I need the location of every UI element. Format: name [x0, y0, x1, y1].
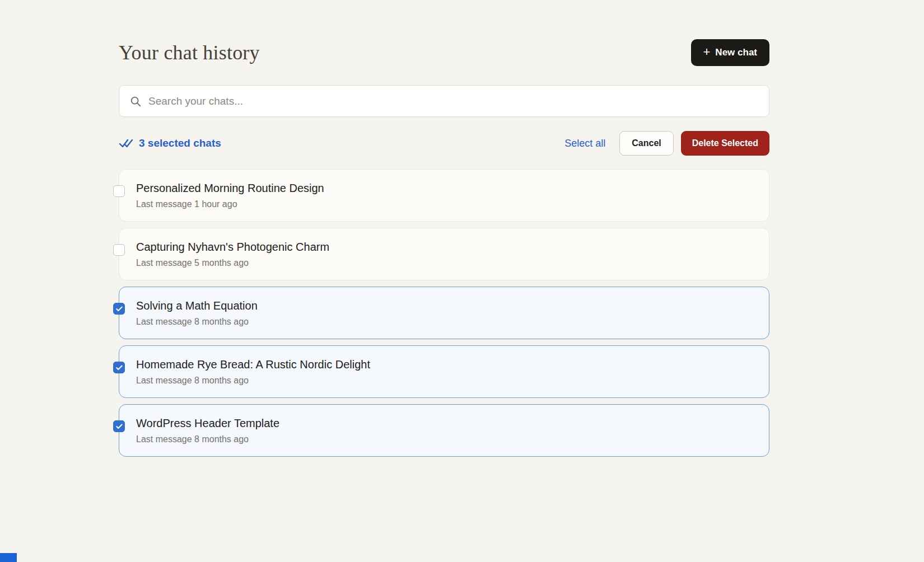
chat-card[interactable]: Solving a Math Equation Last message 8 m… — [119, 287, 769, 339]
chat-title: WordPress Header Template — [136, 417, 752, 430]
chat-checkbox[interactable] — [113, 362, 125, 373]
cancel-button[interactable]: Cancel — [619, 131, 673, 156]
chat-text: Solving a Math Equation Last message 8 m… — [136, 299, 752, 327]
page-title: Your chat history — [119, 41, 260, 64]
chat-card[interactable]: Homemade Rye Bread: A Rustic Nordic Deli… — [119, 345, 769, 398]
chat-title: Capturing Nyhavn's Photogenic Charm — [136, 241, 752, 254]
search-input[interactable] — [148, 95, 759, 107]
chat-meta: Last message 8 months ago — [136, 376, 752, 386]
chat-text: Personalized Morning Routine Design Last… — [136, 182, 752, 209]
chat-checkbox[interactable] — [113, 185, 125, 197]
check-icon — [115, 364, 123, 372]
chat-card[interactable]: WordPress Header Template Last message 8… — [119, 404, 769, 457]
chat-meta: Last message 5 months ago — [136, 258, 752, 268]
header: Your chat history + New chat — [119, 39, 769, 66]
selection-bar: 3 selected chats Select all Cancel Delet… — [119, 131, 769, 156]
chat-checkbox[interactable] — [113, 244, 125, 256]
chat-meta: Last message 8 months ago — [136, 317, 752, 327]
search-icon — [129, 95, 142, 107]
check-icon — [115, 423, 123, 430]
chat-title: Personalized Morning Routine Design — [136, 182, 752, 195]
chat-meta: Last message 8 months ago — [136, 434, 752, 444]
search-bar[interactable] — [119, 85, 769, 117]
chat-text: WordPress Header Template Last message 8… — [136, 417, 752, 444]
selected-count: 3 selected chats — [119, 137, 221, 149]
plus-icon: + — [703, 46, 711, 58]
selected-count-label: 3 selected chats — [139, 137, 221, 149]
chat-card[interactable]: Personalized Morning Routine Design Last… — [119, 169, 769, 222]
chat-title: Homemade Rye Bread: A Rustic Nordic Deli… — [136, 358, 752, 371]
check-icon — [115, 305, 123, 313]
delete-selected-button[interactable]: Delete Selected — [681, 131, 769, 156]
double-check-icon — [119, 137, 133, 149]
chat-text: Homemade Rye Bread: A Rustic Nordic Deli… — [136, 358, 752, 386]
chat-checkbox[interactable] — [113, 303, 125, 315]
chat-history-page: Your chat history + New chat 3 selected … — [119, 0, 769, 457]
select-all-link[interactable]: Select all — [564, 138, 605, 149]
new-chat-label: New chat — [715, 47, 757, 58]
chat-card[interactable]: Capturing Nyhavn's Photogenic Charm Last… — [119, 228, 769, 280]
chat-text: Capturing Nyhavn's Photogenic Charm Last… — [136, 241, 752, 268]
chat-checkbox[interactable] — [113, 420, 125, 432]
chat-title: Solving a Math Equation — [136, 299, 752, 312]
corner-artifact — [0, 553, 17, 562]
chat-meta: Last message 1 hour ago — [136, 199, 752, 209]
selection-actions: Select all Cancel Delete Selected — [564, 131, 769, 156]
new-chat-button[interactable]: + New chat — [691, 39, 770, 66]
chat-list: Personalized Morning Routine Design Last… — [119, 169, 769, 457]
